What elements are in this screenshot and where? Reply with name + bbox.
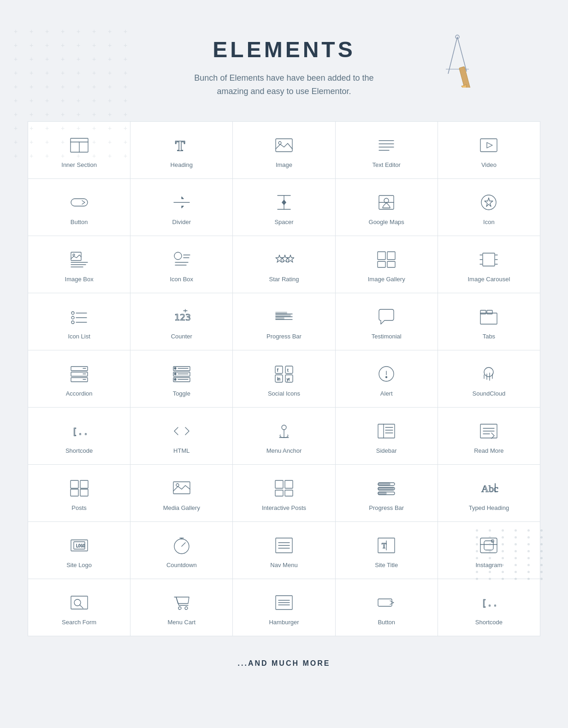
element-label-9: Icon (483, 219, 495, 225)
element-label-20: Accordion (66, 390, 93, 397)
element-card-icon-list[interactable]: Icon List (28, 293, 130, 350)
element-card-divider[interactable]: Divider (130, 179, 232, 236)
element-label-1: Heading (171, 161, 193, 168)
element-card-icon[interactable]: Icon (438, 179, 540, 236)
element-card-text-editor[interactable]: Text Editor (336, 122, 438, 178)
element-card-countdown[interactable]: Countdown (130, 522, 232, 579)
element-card-menu-anchor[interactable]: Menu Anchor (233, 408, 335, 464)
element-card-counter[interactable]: 123Counter (130, 293, 232, 350)
element-card-google-maps[interactable]: Google Maps (336, 179, 438, 236)
svg-rect-122 (173, 482, 190, 494)
svg-rect-47 (378, 261, 385, 267)
element-card-site-title[interactable]: TSite Title (336, 522, 438, 579)
element-card-toggle[interactable]: Toggle (130, 350, 232, 407)
element-card-search-form[interactable]: Search Form (28, 579, 130, 636)
element-card-sidebar[interactable]: Sidebar (336, 408, 438, 464)
element-label-19: Tabs (483, 333, 495, 340)
element-label-16: Counter (171, 333, 192, 340)
svg-rect-109 (378, 424, 395, 438)
svg-rect-125 (285, 480, 293, 488)
element-label-17: Progress Bar (266, 333, 302, 340)
element-card-read-more[interactable]: Read More (438, 408, 540, 464)
element-label-5: Button (71, 219, 88, 225)
svg-rect-118 (71, 480, 78, 488)
svg-rect-45 (378, 252, 385, 260)
element-card-progress-bar[interactable]: Progress Bar (233, 293, 335, 350)
typed-heading-icon: Abc (477, 478, 500, 499)
button2-icon (375, 592, 398, 613)
element-label-35: Site Logo (66, 562, 92, 568)
element-card-menu-cart[interactable]: Menu Cart (130, 579, 232, 636)
element-card-interactive-posts[interactable]: Interactive Posts (233, 465, 335, 521)
element-card-accordion[interactable]: Accordion (28, 350, 130, 407)
element-card-video[interactable]: Video (438, 122, 540, 178)
element-label-15: Icon List (68, 333, 90, 340)
compass-icon (420, 28, 485, 89)
svg-marker-21 (182, 206, 183, 208)
element-card-shortcode[interactable]: [...]Shortcode (28, 408, 130, 464)
element-label-33: Progress Bar (369, 504, 404, 511)
header-subtitle: Bunch of Elements have have been added t… (187, 71, 381, 98)
element-card-posts[interactable]: Posts (28, 465, 130, 521)
svg-marker-31 (485, 198, 493, 207)
svg-rect-70 (276, 318, 284, 320)
element-card-alert[interactable]: Alert (336, 350, 438, 407)
svg-rect-120 (71, 489, 78, 496)
element-card-hamburger[interactable]: Hamburger (233, 579, 335, 636)
element-card-progress-bar[interactable]: Progress Bar (336, 465, 438, 521)
element-card-button[interactable]: Button (28, 179, 130, 236)
image-icon (272, 135, 296, 156)
counter-icon: 123 (170, 306, 193, 327)
element-card-image-gallery[interactable]: Image Gallery (336, 236, 438, 293)
divider-icon (170, 192, 193, 213)
image-box-icon (68, 249, 91, 270)
element-card-social-icons[interactable]: ftinytSocial Icons (233, 350, 335, 407)
element-label-24: SoundCloud (473, 390, 506, 397)
google-maps-icon (375, 192, 398, 213)
element-card-button[interactable]: Button (336, 579, 438, 636)
element-card-image-box[interactable]: Image Box (28, 236, 130, 293)
element-card-tabs[interactable]: Tabs (438, 293, 540, 350)
heading-icon: T (170, 135, 193, 156)
svg-rect-133 (378, 492, 386, 495)
element-card-site-logo[interactable]: LOGOSite Logo (28, 522, 130, 579)
svg-point-100 (484, 367, 493, 377)
sidebar-icon (375, 420, 398, 442)
element-card-image-carousel[interactable]: Image Carousel (438, 236, 540, 293)
svg-point-83 (174, 373, 176, 375)
element-label-22: Social Icons (268, 390, 300, 397)
icon-box-icon (170, 249, 193, 270)
svg-rect-10 (276, 139, 292, 152)
element-card-spacer[interactable]: Spacer (233, 179, 335, 236)
element-label-6: Divider (172, 219, 191, 225)
element-card-image[interactable]: Image (233, 122, 335, 178)
svg-marker-17 (487, 142, 492, 148)
element-label-2: Image (276, 161, 292, 168)
element-label-28: Sidebar (376, 447, 397, 454)
button-icon (68, 192, 91, 213)
element-label-41: Menu Cart (167, 619, 195, 626)
image-carousel-icon (477, 249, 500, 270)
svg-text:123: 123 (174, 312, 191, 323)
element-card-typed-heading[interactable]: AbcTyped Heading (438, 465, 540, 521)
element-card-heading[interactable]: THeading (130, 122, 232, 178)
svg-line-0 (448, 37, 457, 74)
element-card-html[interactable]: HTML (130, 408, 232, 464)
posts-icon (68, 478, 91, 499)
element-label-42: Hamburger (269, 619, 299, 626)
svg-text:t: t (287, 368, 289, 373)
element-label-40: Search Form (62, 619, 96, 626)
element-card-testimonial[interactable]: Testimonial (336, 293, 438, 350)
element-card-star-rating[interactable]: Star Rating (233, 236, 335, 293)
media-gallery-icon (170, 478, 193, 499)
soundcloud-icon (477, 363, 500, 385)
svg-marker-25 (282, 200, 286, 202)
element-card-icon-box[interactable]: Icon Box (130, 236, 232, 293)
element-card-soundcloud[interactable]: SoundCloud (438, 350, 540, 407)
element-card-nav-menu[interactable]: Nav Menu (233, 522, 335, 579)
svg-rect-73 (487, 310, 492, 314)
element-label-34: Typed Heading (469, 504, 509, 511)
menu-anchor-icon (272, 420, 296, 442)
element-card-media-gallery[interactable]: Media Gallery (130, 465, 232, 521)
svg-point-56 (71, 312, 74, 314)
